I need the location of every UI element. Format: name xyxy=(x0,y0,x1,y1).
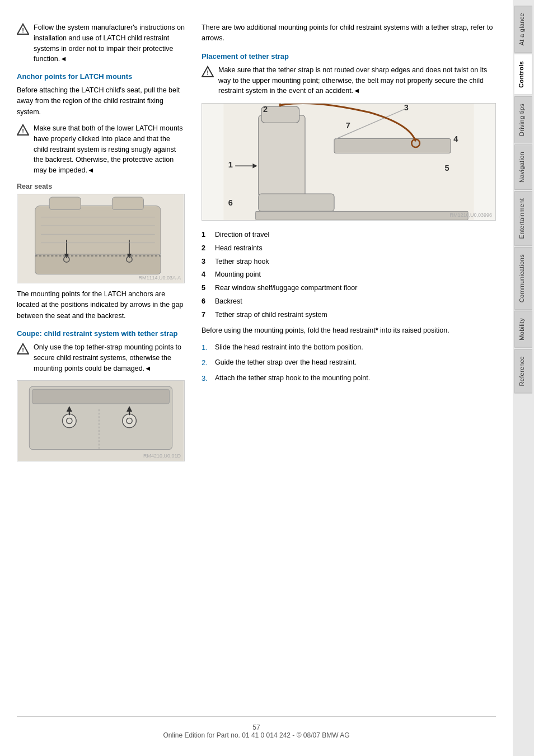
coupe-warning-text: Only use the top tether-strap mounting p… xyxy=(34,342,185,374)
sidebar-tab-reference[interactable]: Reference xyxy=(514,349,532,393)
sidebar-tab-mobility[interactable]: Mobility xyxy=(514,311,532,348)
item-number: 6 xyxy=(202,296,209,307)
pre-steps-text: Before using the mounting points, fold t… xyxy=(202,325,496,336)
numbered-item-2: 2Head restraints xyxy=(202,243,496,254)
item-number: 4 xyxy=(202,269,209,280)
step-item: 2.Guide the tether strap over the head r… xyxy=(202,357,496,368)
sidebar-tab-communications[interactable]: Communications xyxy=(514,247,532,310)
svg-rect-17 xyxy=(112,197,143,209)
svg-rect-37 xyxy=(259,115,305,197)
rear-seats-image: RM1114,U0,03A-A xyxy=(17,194,185,283)
copyright-text: Online Edition for Part no. 01 41 0 014 … xyxy=(163,731,349,739)
sidebar-tab-at-a-glance[interactable]: At a glance xyxy=(514,6,532,53)
item-number: 2 xyxy=(202,243,209,254)
svg-rect-24 xyxy=(32,390,169,404)
step-text: Attach the tether strap hook to the moun… xyxy=(215,373,370,384)
svg-rect-16 xyxy=(49,197,81,209)
svg-text:!: ! xyxy=(22,27,24,34)
placement-heading: Placement of tether strap xyxy=(202,52,496,60)
svg-text:7: 7 xyxy=(346,121,350,130)
anchor-heading: Anchor points for LATCH mounts xyxy=(17,72,185,81)
intro-warning-text: Follow the system manufacturer's instruc… xyxy=(34,22,185,64)
tether-diagram-image: 1 2 3 4 5 6 7 xyxy=(202,103,496,221)
steps-list: 1.Slide the head restraint into the bott… xyxy=(202,342,496,384)
warning-icon-3: ! xyxy=(17,343,29,355)
right-intro-text: There are two additional mounting points… xyxy=(202,22,496,44)
numbered-item-3: 3Tether strap hook xyxy=(202,256,496,267)
anchor-warning-block: ! Make sure that both of the lower LATCH… xyxy=(17,123,185,176)
sidebar: At a glanceControlsDriving tipsNavigatio… xyxy=(513,0,534,756)
anchor-text: Before attaching the LATCH child's seat,… xyxy=(17,85,185,118)
numbered-item-5: 5Rear window shelf/luggage compartment f… xyxy=(202,283,496,293)
svg-text:5: 5 xyxy=(445,164,449,172)
step-item: 3.Attach the tether strap hook to the mo… xyxy=(202,373,496,384)
numbered-item-4: 4Mounting point xyxy=(202,269,496,280)
warning-icon-1: ! xyxy=(17,23,29,35)
numbered-item-6: 6Backrest xyxy=(202,296,496,307)
img-code-rear: RM1114,U0,03A-A xyxy=(138,275,181,281)
placement-warning-text: Make sure that the tether strap is not r… xyxy=(218,65,496,96)
svg-text:3: 3 xyxy=(404,104,409,112)
item-text: Mounting point xyxy=(215,269,261,280)
sidebar-tab-entertainment[interactable]: Entertainment xyxy=(514,191,532,246)
numbered-item-7: 7Tether strap of child restraint system xyxy=(202,310,496,320)
svg-rect-40 xyxy=(334,138,451,153)
warning-icon-2: ! xyxy=(17,124,29,136)
coupe-heading: Coupe: child restraint system with tethe… xyxy=(17,329,185,338)
item-number: 1 xyxy=(202,230,209,240)
step-text: Guide the tether strap over the head res… xyxy=(215,357,357,368)
item-number: 5 xyxy=(202,283,209,293)
svg-text:4: 4 xyxy=(453,134,458,143)
step-number: 3. xyxy=(202,373,210,384)
svg-rect-5 xyxy=(35,206,161,257)
svg-text:!: ! xyxy=(22,128,24,134)
numbered-items-list: 1Direction of travel2Head restraints3Tet… xyxy=(202,230,496,320)
svg-text:!: ! xyxy=(207,69,209,76)
img-code-coupe: RM4210,U0,01D xyxy=(143,453,181,459)
step-text: Slide the head restraint into the bottom… xyxy=(215,342,363,353)
img-code-diagram: RM1210,U0,03996 xyxy=(449,212,492,218)
item-text: Rear window shelf/luggage compartment fl… xyxy=(215,283,357,293)
item-text: Direction of travel xyxy=(215,230,269,240)
coupe-image: RM4210,U0,01D xyxy=(17,380,185,461)
placement-warning-block: ! Make sure that the tether strap is not… xyxy=(202,65,496,96)
item-text: Backrest xyxy=(215,296,242,307)
numbered-item-1: 1Direction of travel xyxy=(202,230,496,240)
step-item: 1.Slide the head restraint into the bott… xyxy=(202,342,496,353)
item-number: 7 xyxy=(202,310,209,320)
page-footer: 57 Online Edition for Part no. 01 41 0 0… xyxy=(17,716,496,739)
svg-text:!: ! xyxy=(22,347,24,353)
svg-rect-39 xyxy=(259,194,334,211)
main-content: ! Follow the system manufacturer's instr… xyxy=(0,0,513,756)
warning-icon-4: ! xyxy=(202,66,214,78)
svg-text:6: 6 xyxy=(228,198,233,207)
svg-rect-53 xyxy=(256,211,469,220)
svg-text:1: 1 xyxy=(228,160,233,169)
intro-warning-block: ! Follow the system manufacturer's instr… xyxy=(17,22,185,64)
svg-rect-6 xyxy=(35,254,161,274)
svg-point-29 xyxy=(123,414,137,428)
sidebar-tab-navigation[interactable]: Navigation xyxy=(514,144,532,190)
sidebar-tab-controls[interactable]: Controls xyxy=(514,54,532,95)
item-text: Head restraints xyxy=(215,243,263,254)
step-number: 2. xyxy=(202,357,210,368)
page-number: 57 xyxy=(252,724,260,731)
right-column: There are two additional mounting points… xyxy=(202,22,496,699)
rear-seats-label: Rear seats xyxy=(17,183,185,190)
item-text: Tether strap of child restraint system xyxy=(215,310,327,320)
coupe-warning-block: ! Only use the top tether-strap mounting… xyxy=(17,342,185,374)
rear-seats-caption: The mounting points for the LATCH anchor… xyxy=(17,289,185,321)
svg-text:2: 2 xyxy=(263,105,268,114)
svg-point-25 xyxy=(63,414,77,428)
step-number: 1. xyxy=(202,342,210,353)
sidebar-tab-driving-tips[interactable]: Driving tips xyxy=(514,96,532,143)
item-text: Tether strap hook xyxy=(215,256,269,267)
anchor-warning-text: Make sure that both of the lower LATCH m… xyxy=(34,123,185,176)
left-column: ! Follow the system manufacturer's instr… xyxy=(17,22,185,699)
item-number: 3 xyxy=(202,256,209,267)
